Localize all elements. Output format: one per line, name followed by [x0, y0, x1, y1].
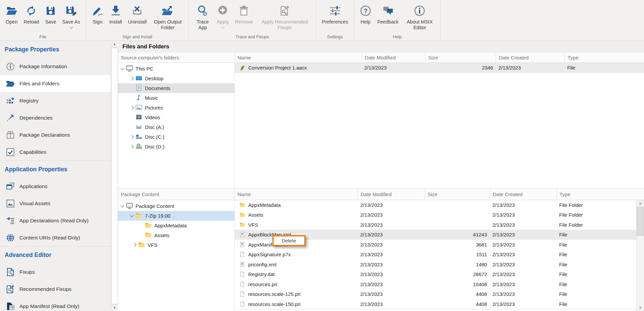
sidebar-item-package-information[interactable]: Package Information: [0, 58, 111, 75]
tree-item-disc-c[interactable]: Disc (C:): [118, 132, 234, 142]
table-scrollbar[interactable]: ▲ ▼: [636, 200, 644, 311]
tree-item-pictures[interactable]: Pictures: [118, 103, 234, 113]
scroll-down-arrow-icon[interactable]: ▼: [111, 304, 118, 311]
tree-item-assets[interactable]: Assets: [118, 230, 234, 240]
about-msix-editor-button-label: About MSIX Editor: [405, 19, 435, 31]
column-header-type[interactable]: Type: [565, 53, 644, 62]
date-modified: 2/13/2023: [358, 281, 425, 287]
sidebar-item-dependencies[interactable]: Dependencies: [0, 109, 111, 126]
apply-recommended-fixups-button[interactable]: Apply Recommended Fixups: [256, 2, 313, 34]
column-header-name[interactable]: Name: [235, 53, 362, 62]
sidebar-item-visual-assets[interactable]: Visual Assets: [0, 195, 111, 212]
table-row[interactable]: resources.pri 2/13/2023 10408 2/13/2023 …: [235, 279, 636, 290]
sidebar-item-app-manifest[interactable]: App Manifest (Read Only): [0, 298, 111, 311]
tree-item-7zip[interactable]: 7-Zip 19.00: [118, 211, 234, 221]
chevron-right-icon[interactable]: [133, 243, 137, 247]
scrollbar-thumb[interactable]: [111, 48, 118, 304]
sidebar-item-app-declarations[interactable]: App Declarations (Read Only): [0, 212, 111, 229]
sidebar-item-content-uris[interactable]: Content URIs (Read Only): [0, 229, 111, 246]
preferences-button[interactable]: Preferences: [319, 2, 351, 34]
column-header-name[interactable]: Name: [235, 189, 358, 200]
date-created: 2/13/2023: [490, 222, 556, 228]
table-row[interactable]: AppxMetadata 2/13/2023 2/13/2023 File Fo…: [235, 200, 636, 210]
sidebar-item-package-declarations[interactable]: Package Declarations: [0, 126, 111, 143]
sign-button[interactable]: Sign: [89, 2, 106, 34]
sidebar-item-fixups[interactable]: Fixups: [0, 263, 111, 280]
scroll-up-arrow-icon[interactable]: ▲: [637, 200, 644, 207]
context-menu-delete[interactable]: Delete: [272, 235, 306, 246]
tree-item-desktop[interactable]: Desktop: [118, 74, 234, 83]
table-row[interactable]: AppxSignature.p7x 2/13/2023 1511 2/13/20…: [235, 250, 636, 260]
install-button[interactable]: Install: [106, 2, 125, 34]
table-row[interactable]: VFS 2/13/2023 2/13/2023 File Folder: [235, 220, 636, 230]
chevron-right-icon[interactable]: [130, 145, 134, 148]
date-modified: 2/13/2023: [358, 232, 425, 237]
sidebar-scrollbar[interactable]: ▲ ▼: [111, 41, 118, 311]
save-as-button[interactable]: Save As: [59, 2, 83, 34]
uninstall-button[interactable]: Uninstall: [125, 2, 150, 34]
apply-button[interactable]: Apply: [214, 2, 232, 34]
file-type: File: [556, 301, 636, 307]
column-header-date-modified[interactable]: Date Modified: [358, 189, 425, 200]
table-row[interactable]: priconfig.xml 2/13/2023 1480 2/13/2023 F…: [235, 260, 636, 270]
column-header-size[interactable]: Size: [425, 53, 496, 62]
chevron-right-icon[interactable]: [130, 106, 134, 109]
chevron-down-icon[interactable]: [121, 66, 124, 70]
column-header-size[interactable]: Size: [425, 189, 490, 200]
tree-item-appxmetadata[interactable]: AppxMetadata: [118, 221, 234, 230]
tree-item-this-pc[interactable]: This PC: [118, 64, 234, 74]
column-header-date-modified[interactable]: Date Modified: [362, 53, 425, 62]
tree-item-documents[interactable]: Documents: [118, 83, 234, 93]
scrollbar-thumb[interactable]: [637, 207, 644, 236]
date-created: 2/13/2023: [490, 252, 556, 257]
tree-item-vfs[interactable]: VFS: [118, 240, 234, 250]
sidebar-item-recommended-fixups[interactable]: Recommended Fixups: [0, 280, 111, 298]
table-row[interactable]: Assets 2/13/2023 2/13/2023 File Folder: [235, 210, 636, 220]
scroll-up-arrow-icon[interactable]: ▲: [111, 41, 118, 48]
registry-icon: [6, 96, 15, 105]
feedback-button[interactable]: Feedback: [374, 2, 402, 34]
trace-app-button[interactable]: Trace App: [192, 2, 214, 34]
ribbon-group-label: File: [1, 34, 85, 41]
chevron-down-icon[interactable]: [221, 26, 224, 29]
save-button[interactable]: Save: [42, 2, 59, 34]
chevron-down-icon[interactable]: [121, 204, 124, 207]
sidebar-item-capabilities[interactable]: Capabilities: [0, 143, 111, 161]
tree-item-disc-a[interactable]: Disc (A:): [118, 122, 234, 132]
sidebar-item-label: Content URIs (Read Only): [19, 235, 80, 241]
open-button[interactable]: Open: [3, 2, 20, 34]
table-row[interactable]: Conversion Project 1.aacx 2/13/2023 2346…: [235, 63, 644, 73]
table-row[interactable]: resources.scale-125.pri 2/13/2023 4408 2…: [235, 289, 636, 299]
sidebar-item-files-and-folders[interactable]: Files and Folders: [0, 75, 111, 92]
tree-item-disc-d[interactable]: Disc (D:): [118, 142, 234, 151]
tree-item-package-content[interactable]: Package Content: [118, 201, 234, 211]
navigation-sidebar: Package Properties Package Information F…: [0, 41, 111, 311]
chevron-down-icon[interactable]: [69, 26, 73, 29]
open-output-folder-button[interactable]: Open Output Folder: [150, 2, 186, 34]
tree-item-videos[interactable]: Videos: [118, 113, 234, 122]
scroll-down-arrow-icon[interactable]: ▼: [637, 305, 644, 311]
chevron-right-icon[interactable]: [130, 77, 134, 80]
sidebar-item-applications[interactable]: Applications: [0, 178, 111, 195]
remove-button[interactable]: Remove: [232, 2, 256, 34]
chevron-down-icon[interactable]: [130, 213, 134, 217]
sidebar-item-label: Capabilities: [19, 149, 46, 155]
help-button[interactable]: ? Help: [357, 2, 374, 34]
sidebar-item-registry[interactable]: Registry: [0, 92, 111, 109]
column-header-date-created[interactable]: Date Created: [490, 189, 556, 200]
about-msix-editor-button[interactable]: About MSIX Editor: [401, 2, 438, 34]
app-windows-icon: [6, 182, 15, 191]
files-and-folders-view: Files and Folders Source computer's fold…: [118, 41, 644, 311]
ribbon-group-help: ? Help Feedback About MSIX Editor: [354, 0, 441, 41]
file-name: resources.scale-125.pri: [248, 291, 301, 297]
date-modified: 2/13/2023: [358, 271, 425, 277]
reload-button[interactable]: Reload: [20, 2, 42, 34]
table-row[interactable]: Registry.dat 2/13/2023 28672 2/13/2023 F…: [235, 269, 636, 279]
column-header-type[interactable]: Type: [556, 189, 644, 200]
computer-icon: [125, 65, 133, 72]
table-row[interactable]: resources.scale-150.pri 2/13/2023 4408 2…: [235, 299, 636, 309]
column-header-date-created[interactable]: Date Created: [496, 53, 565, 62]
chevron-right-icon[interactable]: [130, 135, 134, 139]
tree-item-music[interactable]: Music: [118, 93, 234, 103]
xml-file-icon: [239, 241, 246, 248]
